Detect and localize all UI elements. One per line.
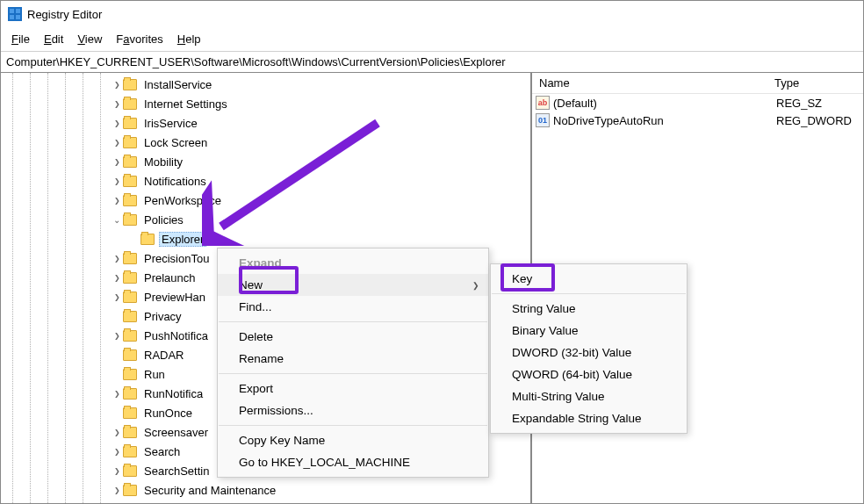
chevron-right-icon[interactable]: ❯	[112, 197, 121, 205]
tree-item-label: Explorer	[159, 232, 206, 247]
chevron-right-icon[interactable]: ❯	[112, 177, 121, 185]
tree-item-label: RunNotifica	[141, 386, 205, 401]
value-type: REG_SZ	[776, 97, 860, 110]
tree-item-label: Security and Maintenance	[141, 483, 278, 498]
value-name: NoDriveTypeAutoRun	[553, 114, 776, 127]
chevron-right-icon[interactable]: ❯	[112, 390, 121, 398]
ctx-new-dword[interactable]: DWORD (32-bit) Value	[491, 342, 687, 364]
chevron-right-icon[interactable]: ❯	[112, 332, 121, 340]
ctx-copy-key-name[interactable]: Copy Key Name	[218, 429, 488, 451]
tree-item[interactable]: ❯IrisService	[1, 113, 530, 133]
value-name: (Default)	[553, 97, 776, 110]
ctx-rename[interactable]: Rename	[218, 348, 488, 370]
menu-file[interactable]: File	[4, 29, 37, 49]
list-header: Name Type	[532, 73, 863, 94]
context-menu-main: Expand New❯ Find... Delete Rename Export…	[217, 248, 489, 478]
tree-item[interactable]: ❯PenWorkspace	[1, 191, 530, 210]
chevron-right-icon[interactable]: ❯	[112, 274, 121, 282]
menu-help[interactable]: Help	[170, 29, 208, 49]
ctx-export[interactable]: Export	[218, 378, 488, 400]
folder-icon	[123, 137, 137, 148]
window-title: Registry Editor	[27, 8, 102, 21]
tree-item-label: InstallService	[141, 77, 214, 92]
tree-item-label: PenWorkspace	[141, 193, 224, 208]
tree-item[interactable]: ❯Notifications	[1, 171, 530, 191]
chevron-right-icon[interactable]: ❯	[112, 486, 121, 494]
chevron-right-icon: ❯	[472, 281, 479, 290]
folder-icon	[123, 407, 137, 419]
folder-icon	[123, 349, 137, 361]
ctx-new[interactable]: New❯	[218, 274, 488, 296]
ctx-new-binary[interactable]: Binary Value	[491, 320, 687, 342]
chevron-down-icon[interactable]: ⌄	[111, 215, 123, 225]
tree-item-label: Notifications	[141, 174, 209, 189]
tree-item[interactable]: ❯Internet Settings	[1, 94, 530, 113]
tree-item[interactable]: ❯InstallService	[1, 75, 530, 94]
tree-item[interactable]: Explorer	[1, 229, 530, 248]
address-bar[interactable]: Computer\HKEY_CURRENT_USER\Software\Micr…	[1, 52, 863, 73]
ctx-find[interactable]: Find...	[218, 296, 488, 318]
chevron-right-icon[interactable]: ❯	[112, 119, 121, 127]
tree-item[interactable]: ❯Security and Maintenance	[1, 480, 530, 500]
tree-item-label: Lock Screen	[141, 135, 210, 150]
tree-item-label: PreviewHan	[141, 290, 208, 305]
folder-icon	[123, 79, 137, 90]
folder-icon	[123, 311, 137, 322]
folder-icon	[123, 427, 137, 438]
folder-icon	[123, 253, 137, 264]
folder-icon	[123, 195, 137, 206]
chevron-right-icon[interactable]: ❯	[112, 158, 121, 166]
titlebar: Registry Editor	[1, 1, 863, 27]
ctx-new-string[interactable]: String Value	[491, 298, 687, 320]
chevron-right-icon[interactable]: ❯	[112, 100, 121, 108]
ctx-permissions[interactable]: Permissions...	[218, 400, 488, 421]
ctx-delete[interactable]: Delete	[218, 326, 488, 348]
folder-icon	[123, 465, 137, 477]
col-header-type[interactable]: Type	[767, 73, 863, 93]
tree-item-label: Privacy	[141, 309, 184, 324]
tree-item[interactable]: ⌄Policies	[1, 210, 530, 229]
tree-item-label: RunOnce	[141, 406, 195, 421]
chevron-right-icon[interactable]: ❯	[112, 255, 121, 263]
tree-item-label: SearchSettin	[141, 464, 212, 479]
menu-favorites[interactable]: Favorites	[109, 29, 169, 49]
folder-icon	[123, 292, 137, 303]
list-row[interactable]: ab(Default)REG_SZ	[532, 94, 863, 112]
value-type: REG_DWORD	[776, 114, 860, 127]
tree-item[interactable]: ❯Mobility	[1, 152, 530, 171]
folder-icon	[123, 446, 137, 457]
ctx-new-multi[interactable]: Multi-String Value	[491, 385, 687, 407]
folder-icon	[123, 485, 137, 496]
separator	[219, 425, 487, 426]
chevron-right-icon[interactable]: ❯	[112, 81, 121, 89]
separator	[219, 373, 487, 374]
tree-item-label: Internet Settings	[141, 97, 230, 112]
chevron-right-icon[interactable]: ❯	[112, 293, 121, 301]
folder-icon	[123, 272, 137, 284]
menu-edit[interactable]: Edit	[37, 29, 70, 49]
menu-view[interactable]: View	[70, 29, 109, 49]
chevron-right-icon[interactable]: ❯	[112, 448, 121, 456]
folder-icon	[123, 118, 137, 129]
tree-item-label: PushNotifica	[141, 328, 211, 343]
col-header-name[interactable]: Name	[532, 73, 767, 93]
ctx-new-qword[interactable]: QWORD (64-bit) Value	[491, 364, 687, 385]
tree-item-label: Run	[141, 367, 168, 382]
folder-icon	[123, 214, 137, 226]
ctx-goto-hklm[interactable]: Go to HKEY_LOCAL_MACHINE	[218, 451, 488, 473]
list-row[interactable]: 01NoDriveTypeAutoRunREG_DWORD	[532, 112, 863, 129]
ctx-new-key[interactable]: Key	[491, 268, 687, 290]
tree-item[interactable]: ❯Lock Screen	[1, 133, 530, 152]
context-menu-new: Key String Value Binary Value DWORD (32-…	[490, 263, 688, 434]
ctx-new-expand[interactable]: Expandable String Value	[491, 407, 687, 429]
chevron-right-icon[interactable]: ❯	[112, 428, 121, 436]
chevron-right-icon[interactable]: ❯	[112, 139, 121, 147]
tree-item-label: Prelaunch	[141, 270, 198, 285]
chevron-right-icon[interactable]: ❯	[112, 467, 121, 475]
separator	[492, 293, 686, 294]
string-value-icon: ab	[536, 96, 550, 110]
tree-item-label: Mobility	[141, 155, 185, 169]
folder-icon	[123, 156, 137, 168]
tree-item-label: RADAR	[141, 348, 187, 363]
separator	[219, 321, 487, 322]
